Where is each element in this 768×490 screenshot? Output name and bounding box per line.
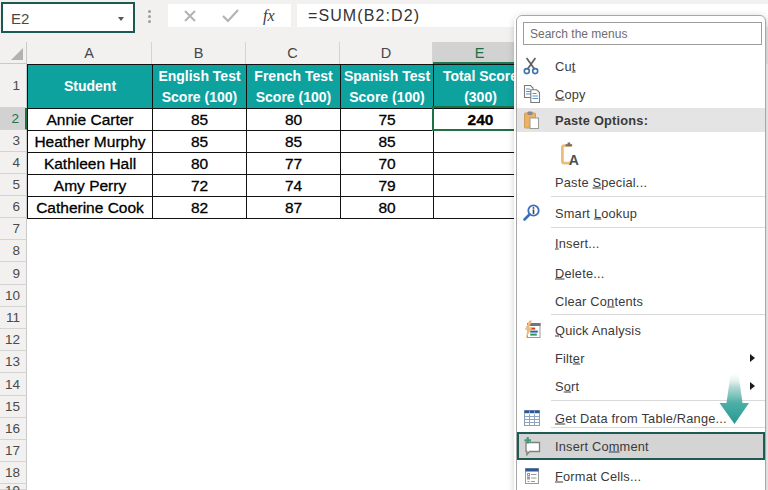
svg-text:fx: fx: [263, 7, 275, 25]
svg-text:A: A: [569, 152, 579, 166]
